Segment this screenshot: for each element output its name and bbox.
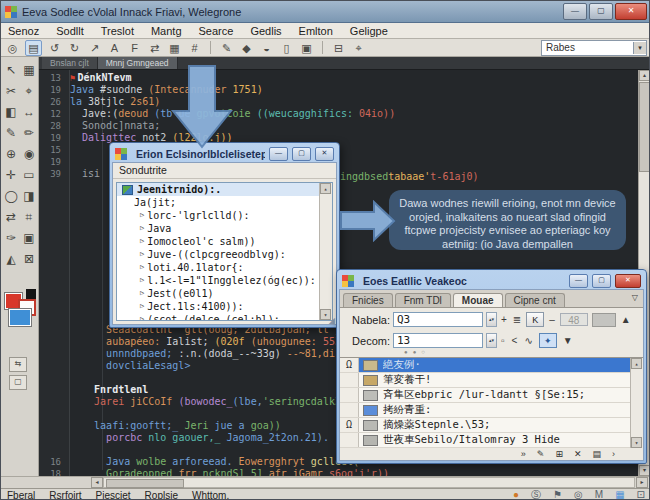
tree-scrollbar[interactable]: ▴ ▾ <box>319 183 332 320</box>
dialog-tab-mouae[interactable]: Mouae <box>453 293 503 307</box>
transform-tool-icon[interactable]: ↔ <box>21 102 37 122</box>
expand-arrow-icon[interactable]: ▷ <box>140 274 144 287</box>
font-icon[interactable]: A <box>107 41 122 55</box>
layer-row-content[interactable]: 筆変養干! <box>359 373 643 387</box>
layer-row-content[interactable]: 摘燥薬Stepnle.\53; <box>359 418 643 432</box>
color-swatch[interactable] <box>363 360 378 371</box>
swap-icon[interactable]: ⇄ <box>147 41 162 55</box>
dropdown-arrow-icon[interactable]: ▼ <box>563 335 573 346</box>
scroll-up-icon[interactable]: ▴ <box>320 183 331 194</box>
scrollbar-thumb[interactable] <box>106 479 184 488</box>
curve-icon[interactable]: ∿ <box>524 335 532 346</box>
resize-grip[interactable]: ◢ <box>329 316 335 325</box>
angle-icon[interactable]: < <box>512 335 518 346</box>
menu-treslot[interactable]: Treslot <box>101 25 134 37</box>
add-grid-icon[interactable]: ⊞ <box>555 448 563 460</box>
minimize-button[interactable]: — <box>563 3 587 20</box>
layout-icon[interactable]: ⊟ <box>331 41 346 55</box>
color-swatch[interactable] <box>363 420 378 431</box>
up-icon[interactable]: ▲ <box>621 314 631 325</box>
tree-item[interactable]: ▷Ject.1ls:4100)): <box>117 300 332 313</box>
close-button[interactable]: ✕ <box>315 147 334 161</box>
clone-tool-icon[interactable]: ◉ <box>21 144 37 164</box>
expand-arrow-icon[interactable]: ▷ <box>140 300 144 313</box>
warp-tool-icon[interactable]: ◭ <box>3 249 19 269</box>
maximize-button[interactable]: ▢ <box>589 3 613 20</box>
print-icon[interactable]: ▣ <box>299 41 314 55</box>
forward-icon[interactable]: » <box>521 448 526 460</box>
flip-tool-icon[interactable]: ⇄ <box>3 207 19 227</box>
dialog-tab-cipne-cnt[interactable]: Cipne cnt <box>505 293 565 307</box>
pencil-tool-icon[interactable]: ✎ <box>3 123 19 143</box>
perspective-dropdown[interactable]: Rabes ▾ <box>541 40 647 56</box>
delete-icon[interactable]: ✕ <box>574 448 582 460</box>
minus-icon[interactable]: – <box>549 314 555 325</box>
tree-item[interactable]: ▷(scot-(delce-(cel:bl): <box>117 313 332 321</box>
eraser-tool-icon[interactable]: ⊠ <box>21 249 37 269</box>
undo-icon[interactable]: ↺ <box>47 41 62 55</box>
layer-row-content[interactable]: 世夜車Sebilo/Italomray 3 Hide <box>359 433 643 447</box>
expand-arrow-icon[interactable]: ▷ <box>140 287 144 300</box>
layer-row-content[interactable]: 斉隼区ebpric /lur-ldantt §[Se:15; <box>359 388 643 402</box>
spinner[interactable]: ▴▾ <box>486 333 497 348</box>
color-swatch[interactable] <box>363 375 378 386</box>
tree-item[interactable]: ▷Juve-((clpcgreeodblvg): <box>117 248 332 261</box>
sync-icon[interactable]: Ⓢ <box>531 489 541 500</box>
tab-overflow-icon[interactable]: ▽ <box>632 293 638 302</box>
grid-icon[interactable]: ▦ <box>167 41 182 55</box>
tree-item[interactable]: ▷Java <box>117 222 332 235</box>
tree-item[interactable]: Jeenitrnido):. <box>117 183 332 196</box>
tree-item[interactable]: Ja(jit; <box>117 196 332 209</box>
ink-tool-icon[interactable]: ✑ <box>3 228 19 248</box>
gradient-tool-icon[interactable]: ◨ <box>21 186 37 206</box>
layer-row[interactable]: Ω絶友例· <box>340 358 643 373</box>
menu-geligpe[interactable]: Geligpe <box>350 25 388 37</box>
expand-arrow-icon[interactable]: ▷ <box>140 235 144 248</box>
tree-item[interactable]: ▷loti.40.1lator{: <box>117 261 332 274</box>
close-button[interactable]: ✕ <box>615 274 641 288</box>
color-well[interactable] <box>592 313 616 327</box>
scroll-down-icon[interactable]: ▾ <box>631 437 642 448</box>
scroll-down-icon[interactable]: ▾ <box>639 465 650 476</box>
color-swatch[interactable] <box>363 390 378 401</box>
layer-row-content[interactable]: 絶友例· <box>359 358 643 372</box>
grid-tool-icon[interactable]: ⌗ <box>21 207 37 227</box>
scrollbar-thumb[interactable] <box>639 82 650 172</box>
marker-icon[interactable]: ◆ <box>239 41 254 55</box>
stamp-tool-icon[interactable]: ▣ <box>21 228 37 248</box>
select-tool-icon[interactable]: ▦ <box>21 60 37 80</box>
dialog-tab-fnicies[interactable]: Fnicies <box>343 293 393 307</box>
horizontal-scrollbar[interactable] <box>103 477 635 488</box>
crop-tool-icon[interactable]: ◧ <box>3 102 19 122</box>
tree-item[interactable]: ▷Iomocleol'c salm)) <box>117 235 332 248</box>
color-swatch[interactable] <box>363 435 378 446</box>
locked-size-field[interactable]: 48 <box>560 313 588 326</box>
edit-icon[interactable]: ✎ <box>537 448 545 460</box>
scroll-up-icon[interactable]: ▴ <box>639 70 650 81</box>
pen-tool-icon[interactable]: ✏ <box>21 123 37 143</box>
move-tool-icon[interactable]: ↖ <box>3 60 19 80</box>
style-button[interactable]: K <box>526 312 544 327</box>
menu-mantg[interactable]: Mantg <box>151 25 182 37</box>
reset-colors-button[interactable]: ▢ <box>9 375 27 390</box>
flag-icon[interactable]: ⚑ <box>553 489 562 500</box>
list-icon[interactable]: ≣ <box>513 314 521 325</box>
tree-item[interactable]: ▷lorc-'lgrlclld(): <box>117 209 332 222</box>
expand-arrow-icon[interactable]: ▷ <box>140 261 144 274</box>
scroll-left-icon[interactable]: ◂ <box>91 477 103 488</box>
menu-searce[interactable]: Searce <box>199 25 234 37</box>
count-input[interactable] <box>393 333 483 348</box>
crosshair-tool-icon[interactable]: ⌖ <box>21 81 37 101</box>
navigate-icon[interactable]: ↗ <box>87 41 102 55</box>
tree-item[interactable]: ▷Jest((e0l1) <box>117 287 332 300</box>
notification-dot-icon[interactable]: ● <box>513 489 519 500</box>
file-icon[interactable]: ▯ <box>279 41 294 55</box>
mail-icon[interactable]: M <box>595 489 603 500</box>
tree-item[interactable]: ▷l.1<-l=1"lIngglelez(óg(ec)): <box>117 274 332 287</box>
layer-row-content[interactable]: 拷紛青重: <box>359 403 643 417</box>
maximize-button[interactable]: ▢ <box>592 274 611 288</box>
ellipse-tool-icon[interactable]: ◯ <box>3 186 19 206</box>
layer-row[interactable]: 斉隼区ebpric /lur-ldantt §[Se:15; <box>340 388 643 403</box>
expand-arrow-icon[interactable]: ▷ <box>140 222 144 235</box>
dialog-tab-fnm-tdl[interactable]: Fnm TDl <box>395 293 451 307</box>
